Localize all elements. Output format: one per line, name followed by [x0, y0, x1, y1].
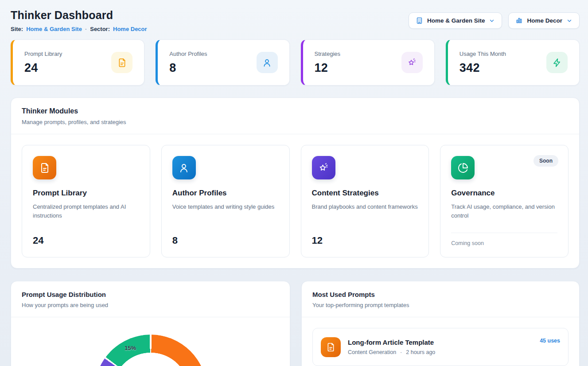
- header-selectors: Home & Garden Site Home Decor: [409, 12, 580, 29]
- stat-value: 24: [24, 61, 62, 75]
- usage-title: Prompt Usage Distribution: [22, 291, 279, 298]
- divider: [451, 233, 557, 233]
- module-description: Voice templates and writing style guides: [172, 202, 279, 211]
- stat-text: Prompt Library 24: [24, 51, 62, 75]
- prompt-info: Long-form Article Template Content Gener…: [348, 339, 533, 355]
- module-description: Brand playbooks and content frameworks: [312, 202, 418, 211]
- site-selector-button[interactable]: Home & Garden Site: [409, 12, 502, 29]
- module-card-governance[interactable]: Soon Governance Track AI usage, complian…: [440, 145, 569, 257]
- stat-card-strategies: Strategies 12: [301, 39, 435, 86]
- site-selector-label: Home & Garden Site: [427, 17, 485, 24]
- page-header: Thinker Dashboard Site: Home & Garden Si…: [11, 9, 580, 32]
- bottom-row: Prompt Usage Distribution How your promp…: [11, 281, 580, 366]
- prompt-meta: Content Generation · 2 hours ago: [348, 349, 533, 355]
- module-title: Prompt Library: [33, 189, 139, 198]
- sector-label: Sector:: [90, 26, 110, 32]
- module-count: 12: [312, 235, 418, 246]
- site-link[interactable]: Home & Garden Site: [26, 26, 82, 32]
- sector-selector-label: Home Decor: [527, 17, 562, 24]
- prompt-category: Content Generation: [348, 349, 396, 355]
- stat-card-author-profiles: Author Profiles 8: [156, 39, 289, 86]
- building-icon: [416, 17, 423, 24]
- stat-label: Usage This Month: [459, 51, 506, 57]
- thinker-modules-panel: Thinker Modules Manage prompts, profiles…: [11, 97, 580, 269]
- module-title: Content Strategies: [312, 189, 418, 198]
- module-card-content-strategies[interactable]: Content Strategies Brand playbooks and c…: [301, 145, 429, 257]
- meta-separator: ·: [400, 349, 402, 355]
- modules-title: Thinker Modules: [22, 107, 569, 115]
- prompt-list-item[interactable]: Long-form Article Template Content Gener…: [312, 328, 569, 366]
- usage-header: Prompt Usage Distribution How your promp…: [11, 281, 290, 317]
- header-left: Thinker Dashboard Site: Home & Garden Si…: [11, 9, 147, 32]
- stat-text: Usage This Month 342: [459, 51, 506, 75]
- stat-label: Prompt Library: [24, 51, 62, 57]
- sector-link[interactable]: Home Decor: [113, 26, 147, 32]
- module-count: 24: [33, 235, 139, 246]
- donut-segment-label: 15%: [125, 345, 136, 351]
- module-card-prompt-library[interactable]: Prompt Library Centralized prompt templa…: [22, 145, 150, 257]
- module-count: 8: [172, 235, 279, 246]
- module-description: Centralized prompt templates and AI inst…: [33, 202, 139, 220]
- stat-value: 342: [459, 61, 506, 75]
- prompts-subtitle: Your top-performing prompt templates: [312, 302, 569, 308]
- chevron-down-icon: [489, 18, 495, 24]
- module-footer: Coming soon: [451, 233, 557, 246]
- prompt-uses-badge: 45 uses: [540, 338, 560, 344]
- document-icon: [33, 156, 56, 179]
- sector-selector-button[interactable]: Home Decor: [508, 12, 580, 29]
- module-card-author-profiles[interactable]: Author Profiles Voice templates and writ…: [161, 145, 290, 257]
- usage-subtitle: How your prompts are being used: [22, 302, 279, 308]
- usage-chart-area: 15%: [11, 317, 290, 366]
- prompt-title: Long-form Article Template: [348, 339, 533, 346]
- breadcrumb: Site: Home & Garden Site · Sector: Home …: [11, 26, 147, 32]
- dashboard-page: Thinker Dashboard Site: Home & Garden Si…: [0, 0, 588, 366]
- stats-row: Prompt Library 24 Author Profiles 8 Stra…: [11, 39, 580, 86]
- star-icon: [401, 52, 423, 73]
- soon-badge: Soon: [533, 155, 558, 167]
- stat-label: Author Profiles: [169, 51, 207, 57]
- modules-header: Thinker Modules Manage prompts, profiles…: [11, 98, 579, 134]
- usage-distribution-panel: Prompt Usage Distribution How your promp…: [11, 281, 290, 366]
- stat-card-usage: Usage This Month 342: [446, 39, 580, 86]
- prompt-time: 2 hours ago: [406, 349, 435, 355]
- coming-soon-text: Coming soon: [451, 240, 557, 246]
- site-label: Site:: [11, 26, 23, 32]
- stat-label: Strategies: [315, 51, 341, 57]
- module-title: Governance: [451, 189, 557, 198]
- divider: [302, 317, 579, 317]
- stat-text: Strategies 12: [315, 51, 341, 75]
- pie-chart-icon: [451, 156, 475, 179]
- lightning-icon: [546, 52, 568, 73]
- usage-donut: [94, 335, 207, 366]
- modules-grid: Prompt Library Centralized prompt templa…: [11, 134, 579, 268]
- module-title: Author Profiles: [172, 189, 279, 198]
- stat-card-prompt-library: Prompt Library 24: [11, 39, 144, 86]
- prompts-title: Most Used Prompts: [312, 291, 569, 298]
- document-icon: [111, 52, 132, 73]
- document-icon: [321, 337, 341, 357]
- chevron-down-icon: [566, 18, 572, 24]
- modules-subtitle: Manage prompts, profiles, and strategies: [22, 119, 569, 125]
- prompts-header: Most Used Prompts Your top-performing pr…: [302, 281, 579, 317]
- most-used-prompts-panel: Most Used Prompts Your top-performing pr…: [301, 281, 580, 366]
- page-title: Thinker Dashboard: [11, 9, 147, 22]
- bar-chart-icon: [515, 17, 523, 24]
- star-icon: [312, 156, 335, 179]
- person-icon: [172, 156, 196, 179]
- stat-text: Author Profiles 8: [169, 51, 207, 75]
- person-icon: [257, 52, 278, 73]
- stat-value: 8: [169, 61, 207, 75]
- module-description: Track AI usage, compliance, and version …: [451, 202, 557, 220]
- stat-value: 12: [315, 61, 341, 75]
- meta-separator: ·: [85, 26, 87, 32]
